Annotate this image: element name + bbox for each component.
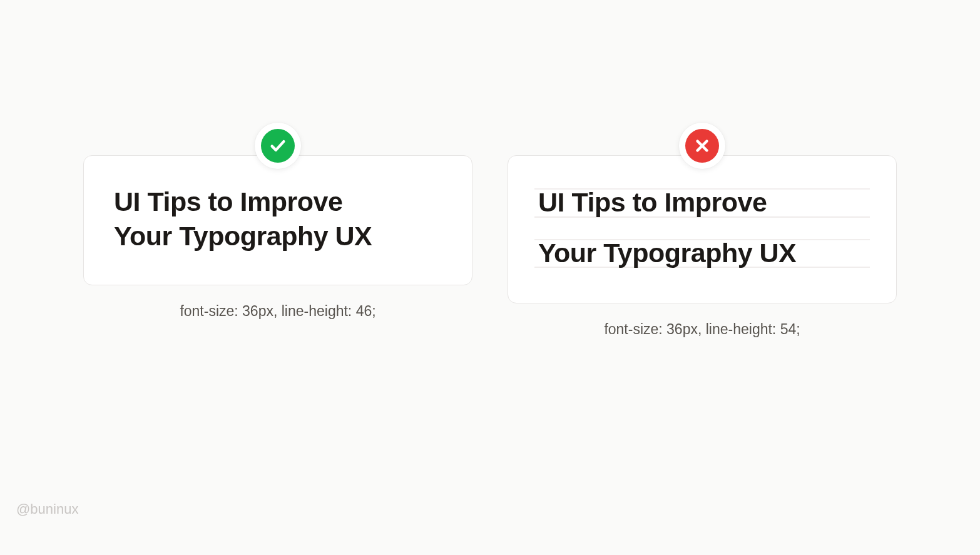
cross-icon <box>693 136 712 155</box>
check-badge <box>255 123 301 169</box>
comparison-container: UI Tips to Improve Your Typography UX fo… <box>0 0 980 338</box>
good-heading-line1: UI Tips to Improve <box>114 186 342 216</box>
good-example: UI Tips to Improve Your Typography UX fo… <box>83 123 472 320</box>
good-caption: font-size: 36px, line-height: 46; <box>180 303 375 320</box>
good-heading-line2: Your Typography UX <box>114 221 372 251</box>
good-heading: UI Tips to Improve Your Typography UX <box>114 185 442 253</box>
good-card: UI Tips to Improve Your Typography UX <box>83 155 472 285</box>
credit-handle: @buninux <box>16 501 78 517</box>
bad-heading: UI Tips to Improve Your Typography UX <box>538 181 866 274</box>
check-icon <box>268 136 287 155</box>
bad-heading-line2: Your Typography UX <box>538 232 866 275</box>
bad-example: UI Tips to Improve Your Typography UX fo… <box>508 123 897 338</box>
bad-heading-line1: UI Tips to Improve <box>538 181 866 224</box>
cross-badge <box>679 123 725 169</box>
bad-caption: font-size: 36px, line-height: 54; <box>604 321 800 338</box>
bad-card: UI Tips to Improve Your Typography UX <box>508 155 897 303</box>
